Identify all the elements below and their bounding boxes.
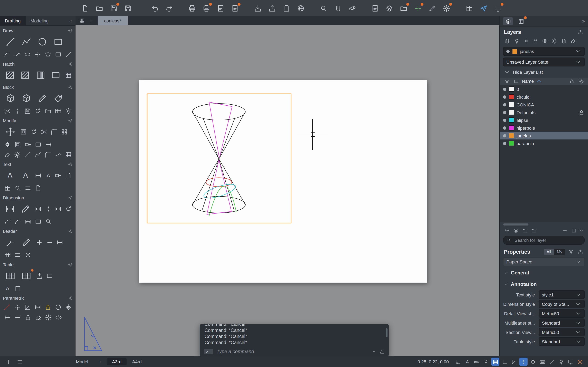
layer-visibility-dot[interactable] — [503, 134, 506, 137]
paper-space-area[interactable] — [76, 25, 500, 356]
gradient-icon[interactable] — [34, 68, 48, 82]
circle-icon[interactable] — [35, 35, 49, 49]
edit-block-icon[interactable] — [35, 92, 49, 105]
trim-icon[interactable] — [39, 127, 48, 136]
ellipse-icon[interactable] — [23, 50, 32, 59]
dimension-icon[interactable] — [3, 202, 17, 216]
lineweight-icon[interactable] — [548, 358, 556, 366]
inspect-icon[interactable] — [44, 217, 53, 226]
detach-panel-icon[interactable] — [577, 29, 584, 35]
filter-all[interactable]: All — [544, 249, 554, 255]
layout-tab[interactable]: A4rd — [127, 358, 147, 365]
layers-palette-tab-icon[interactable] — [503, 17, 513, 25]
sheet-set-icon[interactable] — [370, 3, 380, 13]
section-gear-icon[interactable] — [68, 162, 73, 167]
dim-style-icon[interactable] — [18, 202, 33, 216]
block-manager-icon[interactable] — [64, 106, 73, 115]
leader-justify-icon[interactable] — [13, 250, 22, 259]
layer-search-field[interactable] — [503, 236, 585, 245]
dynamic-input-icon[interactable] — [538, 358, 546, 366]
property-value-dropdown[interactable]: Copy of Sta... — [539, 300, 585, 308]
layer-row[interactable]: CONICA — [500, 101, 588, 108]
arc-length-icon[interactable] — [13, 217, 22, 226]
section-gear-icon[interactable] — [68, 85, 73, 90]
open-file-icon[interactable] — [94, 3, 104, 13]
insert-block-icon[interactable] — [3, 92, 17, 105]
layer-isolate-icon[interactable] — [541, 37, 549, 44]
linear-dim-icon[interactable] — [34, 205, 43, 213]
properties-filter-toggle[interactable]: All My — [544, 249, 565, 255]
zoom-icon[interactable] — [319, 3, 328, 13]
layer-row[interactable]: 0 — [500, 85, 588, 93]
break-icon[interactable] — [23, 150, 32, 159]
section-gear-icon[interactable] — [68, 62, 73, 67]
section-gear-icon[interactable] — [68, 229, 73, 234]
sort-ascending-icon[interactable] — [536, 78, 543, 84]
layer-row[interactable]: hiperbole — [500, 124, 588, 132]
array-icon[interactable] — [60, 127, 69, 136]
columns-icon[interactable] — [3, 184, 12, 192]
polygon-icon[interactable] — [43, 50, 52, 59]
current-layer-dropdown[interactable]: janelas — [503, 47, 585, 56]
layer-lock-icon[interactable] — [578, 109, 585, 116]
sync-attributes-icon[interactable] — [33, 106, 42, 115]
write-block-icon[interactable] — [23, 106, 32, 115]
property-value-dropdown[interactable]: style1 — [539, 290, 585, 299]
property-value-dropdown[interactable]: Standard — [539, 337, 585, 346]
add-leader-icon[interactable] — [35, 238, 44, 247]
undo-icon[interactable] — [150, 3, 160, 13]
mirror-icon[interactable] — [3, 140, 12, 149]
save-as-icon[interactable] — [123, 3, 133, 13]
layer-states-manager-icon[interactable] — [512, 227, 519, 234]
system-monitor-icon[interactable] — [493, 3, 503, 13]
hide-layer-list-button[interactable]: Hide Layer List — [500, 67, 588, 77]
attach-icon[interactable] — [43, 106, 52, 115]
orbit-icon[interactable] — [347, 3, 357, 13]
rotate-icon[interactable] — [29, 127, 38, 136]
palette-tab[interactable]: Modeling — [26, 16, 53, 25]
print-icon[interactable] — [187, 3, 197, 13]
add-icon[interactable] — [4, 358, 12, 366]
properties-palette-icon[interactable] — [464, 3, 474, 13]
continue-dim-icon[interactable] — [23, 217, 32, 226]
plot-icon[interactable] — [201, 3, 211, 13]
arc-icon[interactable] — [3, 50, 12, 59]
lock-column-icon[interactable] — [568, 78, 575, 84]
chamfer-icon[interactable] — [43, 150, 52, 159]
command-input[interactable]: Type a command — [217, 349, 368, 354]
annotation-section-row[interactable]: Annotation — [500, 278, 588, 290]
document-tab[interactable]: conicas* — [98, 16, 128, 25]
layer-search-input[interactable] — [514, 237, 581, 243]
clip-icon[interactable] — [3, 106, 12, 115]
property-value-dropdown[interactable]: Metric50 — [539, 309, 585, 318]
explode-icon[interactable] — [13, 150, 22, 159]
section-gear-icon[interactable] — [68, 262, 73, 267]
section-gear-icon[interactable] — [68, 296, 73, 300]
layer-color-swatch[interactable] — [509, 102, 514, 107]
layer-state-dropdown[interactable]: Unsaved Layer State — [503, 58, 585, 67]
set-base-point-icon[interactable] — [13, 106, 22, 115]
blend-icon[interactable] — [54, 150, 63, 159]
columns-settings-icon[interactable] — [570, 227, 577, 234]
align-leader-icon[interactable] — [55, 238, 64, 247]
layout-tab[interactable]: + — [94, 358, 106, 365]
layer-merge-icon[interactable] — [559, 37, 568, 44]
circle-section[interactable] — [206, 178, 232, 187]
block-list-icon[interactable] — [54, 106, 63, 115]
lock-constraint-icon[interactable] — [43, 303, 52, 312]
layer-visibility-dot[interactable] — [503, 126, 506, 129]
layer-color-swatch[interactable] — [509, 110, 514, 115]
command-options-icon[interactable] — [372, 349, 376, 354]
tool-palettes-icon[interactable] — [384, 3, 394, 13]
parallel-icon[interactable] — [23, 303, 32, 312]
copy-icon[interactable] — [19, 127, 28, 136]
grid-icon[interactable] — [491, 358, 499, 366]
conics-drawing[interactable] — [139, 80, 427, 283]
point-icon[interactable] — [33, 50, 42, 59]
layer-color-swatch[interactable] — [509, 125, 514, 131]
layer-color-swatch[interactable] — [509, 94, 514, 100]
leader-options-icon[interactable] — [23, 250, 32, 259]
autoscale-icon[interactable] — [472, 358, 481, 366]
table-cell-icon[interactable] — [45, 271, 54, 280]
clean-screen-icon[interactable] — [566, 358, 575, 366]
